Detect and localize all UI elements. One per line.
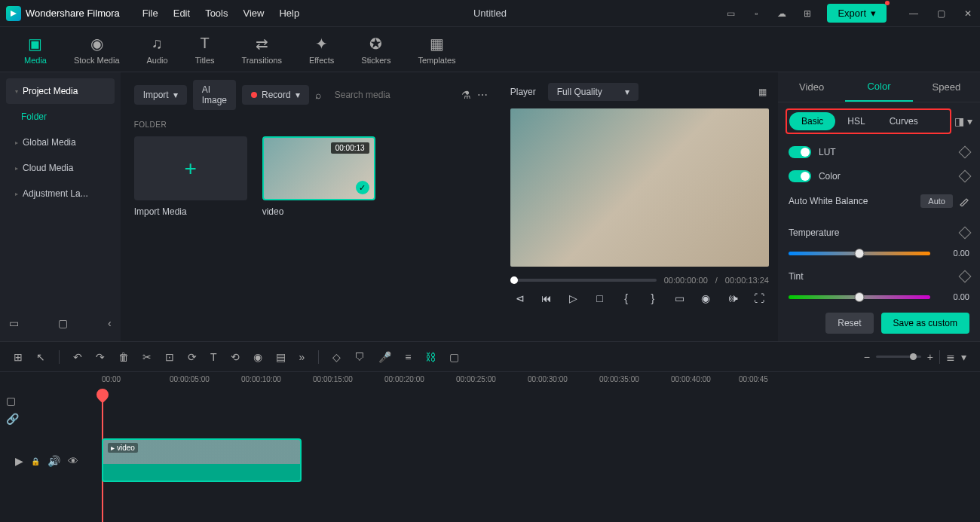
mark-in-icon[interactable]: {: [620, 292, 633, 304]
progress-handle[interactable]: [510, 276, 518, 284]
fullscreen-icon[interactable]: ⛶: [752, 292, 766, 304]
progress-track[interactable]: [510, 279, 657, 282]
collapse-icon[interactable]: ‹: [108, 317, 112, 329]
tab-audio[interactable]: ♫Audio: [136, 32, 179, 68]
more-tools-icon[interactable]: »: [299, 351, 305, 363]
props-tab-color[interactable]: Color: [845, 72, 912, 102]
sidebar-cloud-media[interactable]: ▸Cloud Media: [6, 155, 115, 181]
cursor-icon[interactable]: ↖: [36, 351, 45, 363]
sidebar-global-media[interactable]: ▸Global Media: [6, 130, 115, 155]
redo-icon[interactable]: ↷: [96, 351, 105, 363]
props-tab-speed[interactable]: Speed: [913, 72, 980, 102]
marker-icon[interactable]: ◇: [332, 351, 341, 363]
timeline-ruler[interactable]: 00:00 00:00:05:00 00:00:10:00 00:00:15:0…: [0, 372, 980, 395]
crop-icon[interactable]: ⊡: [165, 351, 174, 363]
delete-icon[interactable]: 🗑: [118, 351, 129, 363]
tab-templates[interactable]: ▦Templates: [407, 32, 466, 68]
chevron-down-icon[interactable]: ▾: [961, 351, 966, 363]
cloud-icon[interactable]: ☁: [776, 8, 788, 20]
device-icon[interactable]: ▭: [724, 8, 737, 20]
keyframe-icon[interactable]: [958, 270, 971, 283]
mute-icon[interactable]: 🔊: [47, 455, 60, 467]
filter-icon[interactable]: ⚗: [461, 89, 471, 101]
mixer-icon[interactable]: ≡: [405, 351, 411, 363]
ai-image-button[interactable]: AI Image: [193, 80, 236, 110]
new-folder-icon[interactable]: ▭: [9, 317, 19, 329]
keyframe-icon[interactable]: [958, 146, 971, 159]
temperature-value[interactable]: 0.00: [939, 249, 969, 258]
slider-handle[interactable]: [854, 249, 864, 258]
step-back-icon[interactable]: ⏮: [540, 292, 553, 304]
menu-help[interactable]: Help: [279, 8, 299, 19]
minimize-icon[interactable]: —: [908, 8, 920, 20]
tint-slider[interactable]: [789, 295, 930, 299]
sidebar-project-media[interactable]: ▾Project Media: [6, 78, 115, 104]
preview-canvas[interactable]: [510, 108, 769, 267]
maximize-icon[interactable]: ▢: [935, 8, 947, 20]
mark-out-icon[interactable]: }: [646, 292, 660, 304]
lut-toggle[interactable]: [789, 146, 811, 158]
import-button[interactable]: Import▾: [134, 85, 187, 105]
menu-edit[interactable]: Edit: [173, 8, 190, 19]
chevron-down-icon[interactable]: ▾: [967, 115, 972, 127]
color-icon[interactable]: ◉: [253, 351, 262, 363]
visibility-icon[interactable]: 👁: [68, 455, 78, 467]
reset-button[interactable]: Reset: [825, 313, 873, 334]
menu-tools[interactable]: Tools: [205, 8, 228, 19]
eyedropper-icon[interactable]: [959, 196, 969, 206]
zoom-slider[interactable]: [876, 356, 921, 358]
more-icon[interactable]: ⋯: [477, 89, 488, 101]
keyframe-icon[interactable]: [958, 227, 971, 240]
play-icon[interactable]: ▷: [566, 292, 580, 304]
export-button[interactable]: Export ▾: [827, 4, 887, 23]
compare-icon[interactable]: ◨: [954, 115, 964, 127]
close-icon[interactable]: ✕: [962, 8, 974, 20]
menu-view[interactable]: View: [243, 8, 264, 19]
folder-icon[interactable]: ▢: [58, 317, 68, 329]
search-input[interactable]: [327, 85, 455, 105]
camera-icon[interactable]: ◉: [699, 292, 712, 304]
tab-titles[interactable]: TTitles: [185, 32, 225, 68]
shield-icon[interactable]: ⛉: [354, 351, 365, 363]
apps-icon[interactable]: ⊞: [801, 8, 813, 20]
record-button[interactable]: Record▾: [242, 85, 309, 105]
media-clip[interactable]: 00:00:13 ✓ video: [262, 136, 375, 217]
volume-icon[interactable]: 🕪: [726, 292, 740, 304]
speed-icon[interactable]: ⟳: [188, 351, 197, 363]
display-icon[interactable]: ▭: [672, 292, 686, 304]
timeline-clip[interactable]: ▸video: [102, 438, 302, 482]
tab-effects[interactable]: ✦Effects: [299, 32, 345, 68]
track-add-icon[interactable]: ▢: [6, 395, 19, 407]
cut-icon[interactable]: ✂: [142, 351, 152, 363]
list-icon[interactable]: ≣: [946, 351, 955, 363]
props-tab-video[interactable]: Video: [778, 72, 845, 102]
tab-media[interactable]: ▣Media: [14, 32, 57, 68]
adjust-icon[interactable]: ▤: [276, 351, 286, 363]
save-icon[interactable]: ▫: [750, 8, 762, 20]
quality-select[interactable]: Full Quality▾: [548, 83, 639, 101]
sidebar-folder[interactable]: Folder: [6, 104, 115, 130]
save-custom-button[interactable]: Save as custom: [881, 313, 969, 334]
temperature-slider[interactable]: [789, 252, 930, 255]
tab-stock-media[interactable]: ◉Stock Media: [63, 32, 130, 68]
menu-file[interactable]: File: [142, 8, 158, 19]
stop-icon[interactable]: □: [593, 292, 606, 304]
slider-handle[interactable]: [854, 292, 864, 302]
auto-button[interactable]: Auto: [920, 194, 953, 208]
tint-value[interactable]: 0.00: [939, 292, 969, 301]
magnet-icon[interactable]: ⛓: [425, 351, 436, 363]
zoom-out-icon[interactable]: −: [864, 351, 870, 363]
snapshot-icon[interactable]: ▦: [757, 86, 769, 98]
video-track-icon[interactable]: ▶: [15, 455, 23, 467]
color-toggle[interactable]: [789, 170, 811, 182]
link-icon[interactable]: 🔗: [6, 413, 19, 425]
sidebar-adjustment-layer[interactable]: ▸Adjustment La...: [6, 181, 115, 206]
rotate-icon[interactable]: ⟲: [231, 351, 240, 363]
import-media-card[interactable]: + Import Media: [134, 136, 247, 217]
mic-icon[interactable]: 🎤: [378, 351, 391, 363]
text-icon[interactable]: T: [210, 351, 217, 363]
undo-icon[interactable]: ↶: [73, 351, 82, 363]
grid-icon[interactable]: ⊞: [14, 351, 23, 363]
prev-frame-icon[interactable]: ⊲: [513, 292, 527, 304]
subtab-basic[interactable]: Basic: [789, 112, 835, 130]
